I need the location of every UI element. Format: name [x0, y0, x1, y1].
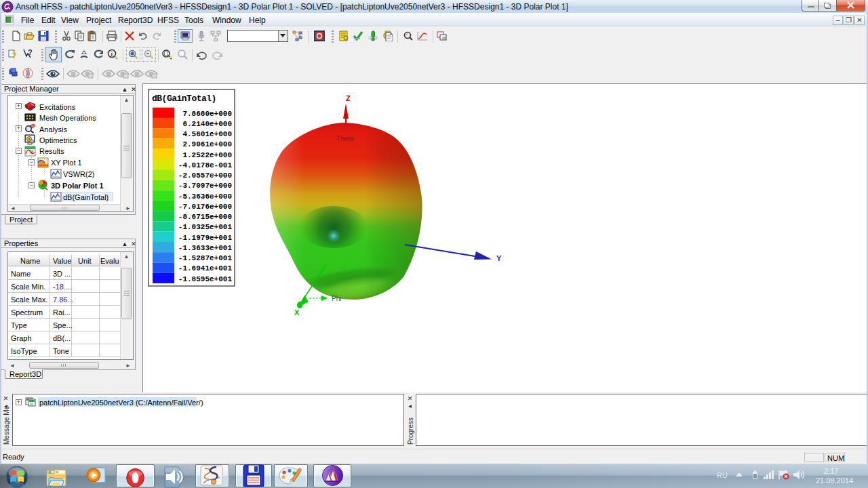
- svg-text:Y: Y: [496, 254, 502, 262]
- svg-text:-1.6941e+001: -1.6941e+001: [178, 264, 233, 272]
- svg-text:dB(GainTotal): dB(GainTotal): [152, 94, 216, 104]
- svg-text:-1.5287e+001: -1.5287e+001: [178, 254, 233, 262]
- svg-text:-1.0325e+001: -1.0325e+001: [178, 223, 233, 231]
- svg-text:4.5601e+000: 4.5601e+000: [182, 130, 232, 138]
- svg-text:X: X: [294, 308, 300, 317]
- svg-text:-8.6715e+000: -8.6715e+000: [178, 213, 232, 221]
- svg-text:Phi: Phi: [332, 295, 341, 302]
- svg-text:?: ?: [12, 50, 17, 60]
- svg-text:1.2522e+000: 1.2522e+000: [182, 151, 232, 159]
- svg-text:7.8680e+000: 7.8680e+000: [182, 110, 232, 118]
- svg-text:-5.3636e+000: -5.3636e+000: [178, 192, 232, 201]
- svg-text:-4.0178e-001: -4.0178e-001: [178, 161, 233, 169]
- svg-text:-1.3633e+001: -1.3633e+001: [178, 244, 233, 252]
- svg-text:-7.0176e+000: -7.0176e+000: [178, 203, 232, 211]
- svg-text:Z: Z: [346, 94, 351, 102]
- svg-text:Theta: Theta: [336, 135, 354, 142]
- svg-text:-1.8595e+001: -1.8595e+001: [178, 275, 233, 283]
- svg-text:-2.0557e+000: -2.0557e+000: [178, 171, 232, 180]
- svg-text:-1.1979e+001: -1.1979e+001: [178, 234, 233, 242]
- svg-text:i: i: [111, 51, 113, 58]
- svg-text:?: ?: [28, 49, 33, 56]
- svg-text:6.2140e+000: 6.2140e+000: [182, 120, 232, 128]
- svg-text:2.9061e+000: 2.9061e+000: [182, 140, 232, 148]
- svg-text:-3.7097e+000: -3.7097e+000: [178, 182, 232, 190]
